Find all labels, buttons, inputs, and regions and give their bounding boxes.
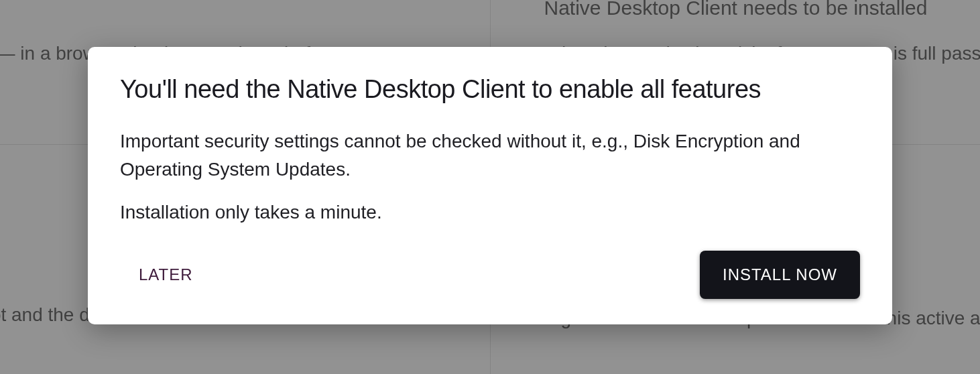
- dialog-body: Important security settings cannot be ch…: [120, 127, 860, 227]
- install-client-dialog: You'll need the Native Desktop Client to…: [88, 47, 892, 324]
- dialog-body-p1: Important security settings cannot be ch…: [120, 127, 860, 184]
- dialog-body-p2: Installation only takes a minute.: [120, 198, 860, 227]
- dialog-title: You'll need the Native Desktop Client to…: [120, 75, 860, 105]
- later-button[interactable]: LATER: [120, 253, 212, 296]
- install-now-button[interactable]: INSTALL NOW: [700, 251, 860, 299]
- dialog-actions: LATER INSTALL NOW: [120, 251, 860, 299]
